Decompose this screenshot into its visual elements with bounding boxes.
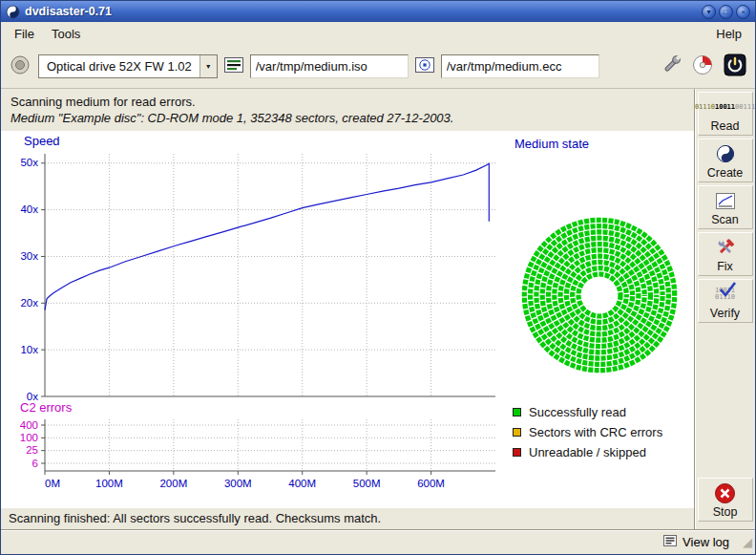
ecc-path-input[interactable] [441, 54, 599, 78]
verify-check-icon: 10011 01110 [715, 283, 735, 306]
menu-file[interactable]: File [7, 24, 42, 44]
svg-text:300M: 300M [224, 478, 252, 489]
create-button-label: Create [707, 166, 744, 180]
legend-label: Sectors with CRC errors [529, 425, 662, 439]
svg-text:Speed: Speed [24, 134, 60, 148]
app-window: dvdisaster-0.71 ▾ □ × File Tools Help Op… [0, 0, 756, 555]
red-disc-icon [692, 54, 713, 78]
scan-button[interactable]: Scan [698, 185, 753, 229]
resize-grip[interactable]: ◢ [743, 536, 753, 548]
status-line-1: Scanning medium for read errors. [10, 94, 684, 110]
bottom-bar: View log ◢ [1, 529, 755, 554]
status-line-2: Medium "Example disc": CD-ROM mode 1, 35… [10, 110, 684, 126]
power-icon [724, 53, 746, 79]
verify-button-label: Verify [710, 307, 740, 320]
drive-select-value: Optical drive 52X FW 1.02 [39, 55, 200, 77]
svg-text:6: 6 [32, 458, 38, 469]
menu-tools[interactable]: Tools [44, 24, 88, 44]
svg-text:100: 100 [20, 432, 38, 443]
legend-item-crc: Sectors with CRC errors [513, 425, 690, 439]
menubar: File Tools Help [1, 22, 755, 45]
create-button[interactable]: Create [698, 139, 753, 182]
fix-button[interactable]: Fix [698, 232, 753, 276]
titlebar: dvdisaster-0.71 ▾ □ × [1, 1, 755, 22]
action-sidebar: 01110 10011 00111 Read Create [694, 89, 755, 529]
quit-button[interactable] [723, 53, 747, 80]
medium-state-title: Medium state [509, 137, 690, 151]
svg-text:400M: 400M [288, 478, 316, 489]
verify-button[interactable]: 10011 01110 Verify [698, 279, 753, 323]
speed-and-c2-charts: Speed0x10x20x30x40x50xC2 errors400100256… [1, 131, 505, 508]
stop-icon [714, 481, 736, 504]
drive-select[interactable]: Optical drive 52X FW 1.02 ▼ [38, 54, 218, 78]
about-button[interactable] [691, 53, 714, 79]
svg-text:10x: 10x [20, 344, 38, 355]
ecc-file-icon [415, 57, 434, 75]
stop-button[interactable]: Stop [698, 478, 753, 522]
content-panel: Scanning medium for read errors. Medium … [1, 89, 694, 529]
footer-status: Scanning finished: All sectors successfu… [1, 508, 694, 529]
results-canvas: Speed0x10x20x30x40x50xC2 errors400100256… [1, 131, 694, 508]
preferences-button[interactable] [660, 53, 682, 79]
status-area: Scanning medium for read errors. Medium … [1, 89, 694, 131]
drive-lens-icon [10, 54, 31, 78]
window-title: dvdisaster-0.71 [25, 5, 697, 18]
svg-text:30x: 30x [20, 250, 38, 262]
medium-state-disc [509, 204, 690, 386]
log-icon [663, 535, 677, 549]
read-binary-icon: 01110 10011 00111 [695, 96, 755, 118]
toolbar: Optical drive 52X FW 1.02 ▼ [1, 45, 755, 89]
medium-state-panel: Medium state Successfully read Sectors w… [505, 131, 694, 508]
app-yin-yang-icon [6, 5, 20, 19]
scan-button-label: Scan [711, 213, 739, 226]
svg-text:100M: 100M [95, 478, 123, 489]
maximize-button[interactable]: □ [719, 5, 733, 19]
view-log-button[interactable]: View log [656, 533, 737, 551]
svg-text:25: 25 [26, 444, 38, 456]
fix-tools-icon [715, 236, 736, 259]
svg-text:500M: 500M [353, 478, 381, 489]
legend: Successfully read Sectors with CRC error… [509, 399, 690, 465]
main-area: Scanning medium for read errors. Medium … [1, 89, 755, 529]
svg-text:50x: 50x [20, 157, 38, 168]
close-button[interactable]: × [736, 5, 750, 19]
iso-path-input[interactable] [250, 54, 409, 78]
drive-button[interactable] [9, 53, 32, 79]
legend-item-unreadable: Unreadable / skipped [513, 445, 690, 459]
minimize-button[interactable]: ▾ [702, 5, 716, 19]
fix-button-label: Fix [717, 260, 733, 273]
read-button-label: Read [711, 119, 740, 133]
svg-text:600M: 600M [417, 478, 445, 489]
menu-help[interactable]: Help [708, 24, 749, 44]
scan-chart-icon [716, 189, 735, 212]
stop-button-label: Stop [713, 505, 738, 519]
svg-text:200M: 200M [159, 478, 187, 489]
legend-item-read: Successfully read [513, 405, 690, 419]
svg-text:40x: 40x [20, 203, 38, 215]
red-swatch-icon [513, 448, 521, 457]
svg-text:20x: 20x [20, 297, 38, 309]
green-swatch-icon [513, 408, 521, 416]
yin-yang-icon [716, 142, 735, 165]
svg-text:0M: 0M [45, 478, 60, 489]
wrench-icon [661, 54, 682, 78]
chevron-down-icon: ▼ [200, 55, 217, 77]
legend-label: Unreadable / skipped [529, 445, 646, 459]
legend-label: Successfully read [529, 405, 626, 419]
view-log-label: View log [682, 535, 729, 549]
svg-text:C2 errors: C2 errors [20, 400, 73, 415]
yellow-swatch-icon [513, 428, 521, 437]
svg-text:400: 400 [20, 419, 38, 431]
charts-canvas: Speed0x10x20x30x40x50xC2 errors400100256… [7, 133, 505, 502]
iso-file-icon [224, 57, 243, 75]
read-button[interactable]: 01110 10011 00111 Read [698, 92, 753, 136]
